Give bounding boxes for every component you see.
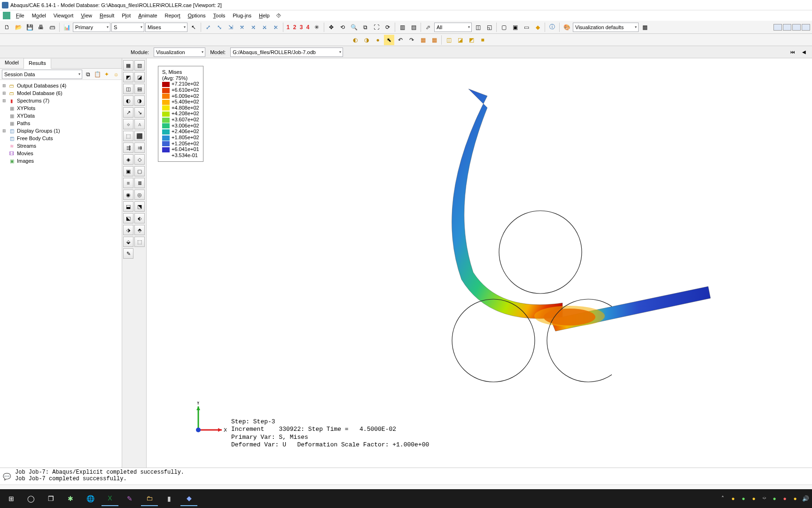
toolbox-button[interactable]: ◩ xyxy=(123,72,133,82)
app-fan-icon[interactable]: ✱ xyxy=(62,491,79,506)
render-1-icon[interactable]: ◐ xyxy=(350,35,360,45)
viewport[interactable]: S, Mises (Avg: 75%) +7.210e+02+6.610e+02… xyxy=(147,58,812,468)
toolbox-button[interactable]: ◫ xyxy=(123,84,133,94)
tree-item[interactable]: 🎞 Movies xyxy=(1,150,121,157)
menu-animate[interactable]: Animate xyxy=(134,12,161,19)
taskview-icon[interactable]: ❐ xyxy=(42,491,59,506)
coord-z-icon[interactable]: ⇲ xyxy=(226,22,236,32)
box-solid-icon[interactable]: ■ xyxy=(477,35,488,45)
tree-filter-icon[interactable]: ✦ xyxy=(103,71,110,78)
menu-model[interactable]: Model xyxy=(28,12,50,19)
calc-icon[interactable]: ▦ xyxy=(418,35,428,45)
tray-wifi-icon[interactable]: ⌔ xyxy=(760,495,768,502)
pick-arrow-icon[interactable]: ⬉ xyxy=(384,35,394,45)
tray-6-icon[interactable]: ● xyxy=(791,495,799,502)
toolbox-button[interactable]: ⬓ xyxy=(123,201,133,212)
view-1[interactable]: 1 xyxy=(285,22,291,32)
tree-toggle-icon[interactable]: ⊞ xyxy=(2,128,7,133)
app-abaqus-icon[interactable]: ◆ xyxy=(180,491,197,506)
toolbox-button[interactable]: ◇ xyxy=(134,154,145,165)
menu-result[interactable]: Result xyxy=(96,12,118,19)
toolbox-button[interactable]: ⇉ xyxy=(134,143,145,153)
toolbox-button[interactable]: ⬙ xyxy=(123,237,133,247)
toolbox-button[interactable]: ⬚ xyxy=(123,131,133,141)
toolbox-button[interactable]: ▢ xyxy=(134,166,145,176)
output-var-combo[interactable]: S xyxy=(111,23,144,32)
toolbox-button[interactable]: ⟑ xyxy=(134,119,145,129)
start-icon[interactable]: ⊞ xyxy=(3,491,20,506)
menu-view[interactable]: View xyxy=(77,12,96,19)
session-data-combo[interactable]: Session Data xyxy=(2,70,82,79)
box-shaded-icon[interactable]: ◩ xyxy=(466,35,476,45)
view-3[interactable]: 3 xyxy=(298,22,304,32)
frame-prev-icon[interactable]: ◀ xyxy=(800,48,808,56)
fit-icon[interactable]: ⛶ xyxy=(371,22,382,32)
tray-5-icon[interactable]: ● xyxy=(781,495,789,502)
tray-volume-icon[interactable]: 🔊 xyxy=(802,495,809,502)
app-browser-icon[interactable]: 🌐 xyxy=(82,491,99,506)
toolbox-button[interactable]: ◉ xyxy=(123,190,133,200)
save-icon[interactable]: 💾 xyxy=(24,22,35,32)
sel-opt1-icon[interactable]: ◫ xyxy=(473,22,483,32)
menu-viewport[interactable]: Viewport xyxy=(50,12,78,19)
box-hidden-icon[interactable]: ◪ xyxy=(455,35,465,45)
zoom-icon[interactable]: 🔍 xyxy=(349,22,359,32)
tab-model[interactable]: Model xyxy=(0,58,24,68)
menu-report[interactable]: Report xyxy=(161,12,184,19)
triad-icon[interactable]: ✳ xyxy=(312,22,322,32)
shell-icon[interactable]: ▢ xyxy=(499,22,509,32)
tree-toggle-icon[interactable]: ⊞ xyxy=(2,83,7,88)
toolbox-button[interactable]: ↘ xyxy=(134,107,145,118)
tree-item[interactable]: ⊞ 🗃 Output Databases (4) xyxy=(1,82,121,89)
model-combo[interactable]: G:/Abaqus_files/ROLLER/Job-7.odb xyxy=(230,48,343,57)
menu-file[interactable]: File xyxy=(12,12,28,19)
tree-item[interactable]: ≋ Streams xyxy=(1,142,121,150)
toolbox-button[interactable]: ⬘ xyxy=(134,225,145,235)
layout-1[interactable] xyxy=(773,24,782,31)
menu-plot[interactable]: Plot xyxy=(118,12,134,19)
toolbox-button[interactable]: ◎ xyxy=(134,190,145,200)
tree-toggle-icon[interactable]: ⊞ xyxy=(2,98,7,103)
cube-icon[interactable]: ◆ xyxy=(532,22,543,32)
toolbox-button[interactable]: ⟐ xyxy=(123,119,133,129)
view-4[interactable]: 4 xyxy=(305,22,311,32)
toolbox-button[interactable]: ⇶ xyxy=(123,143,133,153)
tray-1-icon[interactable]: ● xyxy=(729,495,737,502)
variable-type-combo[interactable]: Primary xyxy=(73,23,110,32)
zoom-box-icon[interactable]: ⧉ xyxy=(360,22,370,32)
frame-first-icon[interactable]: ⏮ xyxy=(789,48,797,56)
table-icon[interactable]: ▦ xyxy=(429,35,439,45)
pan-icon[interactable]: ✥ xyxy=(326,22,336,32)
selection-combo[interactable]: All xyxy=(434,23,472,32)
toolbox-button[interactable]: ◈ xyxy=(123,154,133,165)
palette-icon[interactable]: 🎨 xyxy=(562,22,572,32)
rotate-icon[interactable]: ⟲ xyxy=(337,22,348,32)
new-icon[interactable]: 🗋 xyxy=(2,22,12,32)
render-2-icon[interactable]: ◑ xyxy=(361,35,372,45)
tree-item[interactable]: ▦ Paths xyxy=(1,119,121,127)
tray-3-icon[interactable]: ● xyxy=(750,495,757,502)
undo-icon[interactable]: ↶ xyxy=(395,35,406,45)
tree-paste-icon[interactable]: 📋 xyxy=(94,71,101,78)
coord-x-icon[interactable]: ⤢ xyxy=(203,22,213,32)
tree-item[interactable]: ⊞ ◫ Display Groups (1) xyxy=(1,127,121,135)
plot-mode-icon[interactable]: 📊 xyxy=(62,22,72,32)
tree-item[interactable]: ⊞ ▮ Spectrums (7) xyxy=(1,97,121,104)
toolbox-button[interactable]: ⬗ xyxy=(123,225,133,235)
reset-icon[interactable]: ⟳ xyxy=(383,22,393,32)
toolbox-button[interactable]: ⬖ xyxy=(134,213,145,223)
menu-plugins[interactable]: Plug-ins xyxy=(229,12,255,19)
coord-y-icon[interactable]: ⤡ xyxy=(214,22,225,32)
layout-2[interactable] xyxy=(783,24,791,31)
toolbox-button[interactable]: ⬕ xyxy=(123,213,133,223)
coord-yz-icon[interactable]: ⤨ xyxy=(248,22,258,32)
coord-iso-icon[interactable]: ⤪ xyxy=(271,22,281,32)
sel-opt2-icon[interactable]: ◱ xyxy=(484,22,494,32)
solid-icon[interactable]: ▣ xyxy=(510,22,520,32)
menu-options[interactable]: Options xyxy=(184,12,210,19)
tree-item[interactable]: ▦ XYData xyxy=(1,112,121,119)
toolbox-button[interactable]: ◐ xyxy=(123,95,133,106)
menu-tools[interactable]: Tools xyxy=(210,12,229,19)
grid1-icon[interactable]: ▥ xyxy=(397,22,407,32)
app-terminal-icon[interactable]: ▮ xyxy=(161,491,178,506)
